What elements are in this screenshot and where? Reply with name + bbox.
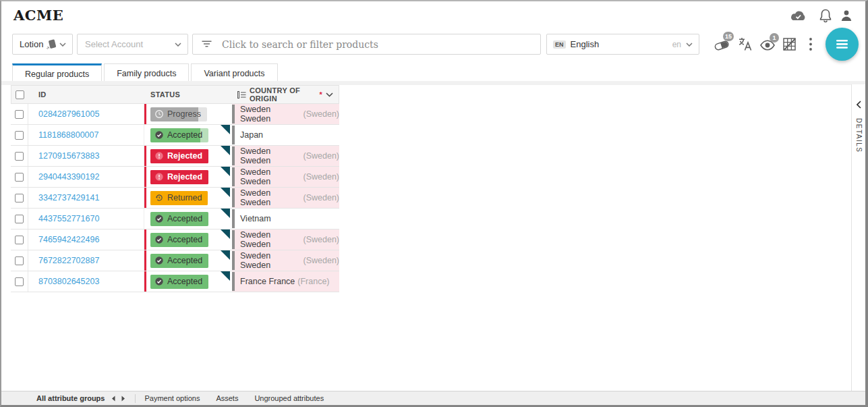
status-label: Progress — [167, 109, 201, 119]
table-slash-icon[interactable] — [782, 37, 797, 51]
product-id-link[interactable]: 3342737429141 — [38, 193, 99, 202]
status-badge: Accepted — [150, 233, 208, 247]
language-select-value: English — [571, 39, 600, 49]
divider — [135, 394, 136, 403]
column-header-id[interactable]: ID — [28, 90, 144, 99]
pill-badge-count: 15 — [723, 32, 734, 41]
country-cell: Sweden Sweden(Sweden) — [232, 104, 339, 124]
country-name: Sweden Sweden — [240, 230, 301, 249]
row-checkbox[interactable] — [15, 194, 24, 202]
status-badge: Accepted — [150, 254, 208, 268]
country-cell: Vietnam — [232, 209, 339, 229]
country-cell: Sweden Sweden(Sweden) — [232, 250, 339, 271]
column-header-status[interactable]: STATUS — [144, 90, 231, 99]
table-row[interactable]: 3342737429141 Returned Sweden Sweden(Swe… — [11, 188, 339, 209]
status-badge: Progress — [150, 107, 207, 121]
product-search-input[interactable]: Click to search or filter products — [192, 34, 541, 55]
table-header: ID STATUS COUNTRY OF ORIGIN * — [11, 85, 339, 104]
product-id-link[interactable]: 0284287961005 — [38, 109, 99, 119]
select-all-checkbox[interactable] — [16, 90, 24, 99]
table-row[interactable]: 4437552771670 Accepted Vietnam — [11, 209, 339, 229]
country-cell: Sweden Sweden(Sweden) — [232, 167, 339, 187]
tab-family-products[interactable]: Family products — [104, 63, 189, 82]
row-checkbox[interactable] — [15, 131, 24, 140]
table-row[interactable]: 7465942422496 Accepted Sweden Sweden(Swe… — [11, 229, 339, 250]
catalog-select-value: Lotion — [20, 39, 43, 49]
cloud-check-icon[interactable] — [789, 10, 807, 22]
country-locale: (Sweden) — [303, 109, 340, 119]
row-checkbox[interactable] — [15, 110, 24, 119]
table-row[interactable]: 1181868800007 Accepted Japan — [11, 125, 339, 146]
kebab-menu-icon[interactable] — [809, 37, 813, 51]
country-cell: France France(France) — [232, 271, 339, 292]
bell-icon[interactable] — [819, 9, 832, 23]
chevron-down-icon — [175, 43, 181, 47]
status-label: Rejected — [167, 151, 202, 161]
person-icon[interactable] — [840, 9, 853, 22]
status-badge: Rejected — [150, 170, 208, 184]
attribute-group-ungrouped[interactable]: Ungrouped attributes — [254, 394, 324, 402]
language-code: en — [672, 40, 681, 49]
table-row[interactable]: 1270915673883 Rejected Sweden Sweden(Swe… — [11, 146, 339, 167]
status-label: Accepted — [167, 130, 202, 140]
status-label: Accepted — [167, 256, 202, 265]
table-row[interactable]: 7672822702887 Accepted Sweden Sweden(Swe… — [11, 250, 339, 271]
table-row[interactable]: 0284287961005 Progress Sweden Sweden(Swe… — [11, 104, 339, 125]
tab-variant-products[interactable]: Variant products — [191, 63, 277, 82]
country-name: Vietnam — [240, 214, 271, 223]
product-id-link[interactable]: 7465942422496 — [38, 235, 99, 244]
scroll-left-icon[interactable] — [111, 396, 115, 402]
product-id-link[interactable]: 4437552771670 — [38, 214, 99, 223]
status-badge: Accepted — [150, 275, 208, 289]
details-panel-label: DETAILS — [855, 118, 863, 153]
product-id-link[interactable]: 2940443390192 — [38, 172, 99, 182]
catalog-select[interactable]: Lotion — [12, 34, 73, 55]
product-id-link[interactable]: 1270915673883 — [38, 151, 99, 161]
country-locale: (Sweden) — [303, 256, 340, 265]
attribute-group-payment-options[interactable]: Payment options — [144, 394, 200, 402]
clock-icon — [154, 109, 164, 119]
chevron-down-icon[interactable] — [326, 92, 333, 97]
main-menu-fab[interactable] — [826, 28, 859, 61]
row-checkbox[interactable] — [15, 152, 24, 161]
app-window: ACME Lotion Select Account Click to se — [0, 0, 868, 407]
table-row[interactable]: 8703802645203 Accepted France France(Fra… — [11, 271, 339, 292]
country-cell: Sweden Sweden(Sweden) — [232, 146, 339, 166]
country-locale: (Sweden) — [303, 151, 340, 161]
row-checkbox[interactable] — [15, 173, 24, 182]
tab-label: Variant products — [204, 69, 264, 78]
translate-icon[interactable] — [738, 36, 752, 51]
account-select[interactable]: Select Account — [77, 34, 188, 55]
pill-icon[interactable]: 15 — [714, 38, 730, 51]
column-header-country[interactable]: COUNTRY OF ORIGIN * — [231, 86, 339, 103]
attribute-group-bar: All attribute groups Payment options Ass… — [1, 391, 865, 405]
product-id-link[interactable]: 7672822702887 — [38, 256, 99, 265]
product-tabs: Regular products Family products Variant… — [12, 63, 278, 83]
alert-circle-icon — [154, 172, 164, 182]
table-row[interactable]: 2940443390192 Rejected Sweden Sweden(Swe… — [11, 167, 339, 188]
details-panel-rail[interactable]: DETAILS — [851, 84, 865, 391]
product-id-link[interactable]: 1181868800007 — [38, 130, 98, 140]
status-badge: Rejected — [150, 149, 208, 163]
row-checkbox[interactable] — [15, 256, 24, 265]
required-marker: * — [319, 90, 322, 99]
chevron-left-icon[interactable] — [857, 101, 861, 109]
alert-circle-icon — [154, 151, 164, 161]
country-locale: (Sweden) — [303, 193, 340, 202]
row-checkbox[interactable] — [15, 215, 24, 223]
chevron-down-icon — [59, 43, 66, 47]
hamburger-icon — [836, 40, 848, 49]
brand-logo: ACME — [13, 7, 63, 24]
history-icon — [154, 193, 164, 202]
language-select[interactable]: EN English en — [546, 34, 699, 55]
attribute-group-assets[interactable]: Assets — [216, 394, 238, 402]
status-badge: Accepted — [150, 212, 208, 226]
column-header-country-label: COUNTRY OF ORIGIN — [250, 86, 316, 103]
attribute-group-all[interactable]: All attribute groups — [36, 394, 105, 402]
row-checkbox[interactable] — [15, 277, 24, 286]
scroll-right-icon[interactable] — [121, 396, 125, 402]
eye-icon[interactable]: 1 — [759, 40, 776, 51]
row-checkbox[interactable] — [15, 236, 24, 244]
product-id-link[interactable]: 8703802645203 — [38, 277, 99, 286]
tab-regular-products[interactable]: Regular products — [12, 63, 102, 83]
